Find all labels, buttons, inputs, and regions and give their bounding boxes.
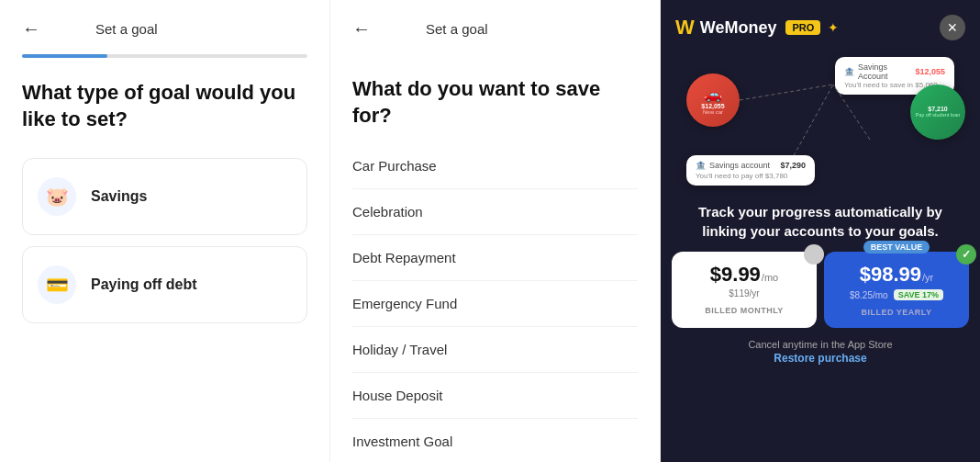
panel1-question: What type of goal would you like to set?: [22, 80, 307, 132]
debt-label: Paying off debt: [91, 276, 197, 293]
house-deposit-option[interactable]: House Deposit: [352, 373, 638, 419]
investment-goal-option[interactable]: Investment Goal: [352, 419, 638, 462]
back-arrow-icon[interactable]: ←: [22, 18, 40, 39]
restore-purchase-link[interactable]: Restore purchase: [661, 352, 980, 372]
save-tag: SAVE 17%: [894, 289, 943, 300]
savings-icon: 🐷: [38, 177, 76, 216]
panel1-header: ← Set a goal: [22, 18, 307, 39]
yearly-sub-mo: $8.25/mo: [850, 290, 888, 300]
cancel-text: Cancel anytime in the App Store: [661, 335, 980, 352]
loan-illustration: $7,210 Pay off student loan: [910, 85, 965, 140]
emergency-fund-option[interactable]: Emergency Fund: [352, 281, 638, 327]
monthly-sub: $119/yr: [729, 288, 759, 299]
panel-goal-type: ← Set a goal What type of goal would you…: [0, 0, 330, 462]
paying-off-debt-option[interactable]: 💳 Paying off debt: [22, 246, 307, 323]
savings-option[interactable]: 🐷 Savings: [22, 158, 307, 235]
debt-icon: 💳: [38, 265, 76, 304]
logo-text: WeMoney: [700, 18, 777, 38]
pricing-area: $9.99 /mo $119/yr BILLED MONTHLY BEST VA…: [661, 252, 980, 335]
savings2-label: Savings account: [709, 161, 770, 170]
car-illustration: 🚗 $12,055 New car: [686, 73, 740, 127]
celebration-label: Celebration: [352, 204, 423, 220]
debt-repayment-option[interactable]: Debt Repayment: [352, 235, 638, 281]
debt-repayment-label: Debt Repayment: [352, 250, 456, 265]
savings-account-amount: $12,055: [915, 67, 945, 76]
wemoney-header: W WeMoney PRO ✦ ✕: [661, 0, 980, 48]
wemoney-pro-panel: W WeMoney PRO ✦ ✕ 🏦 Savings Account $12,…: [661, 0, 980, 462]
loan-label: Pay off student loan: [916, 112, 961, 118]
monthly-price: $9.99: [710, 263, 761, 287]
wemoney-logo: W WeMoney PRO ✦: [675, 16, 839, 39]
celebration-option[interactable]: Celebration: [352, 189, 638, 235]
track-title: Track your progress automatically by lin…: [698, 204, 942, 239]
yearly-price: $98.99: [860, 263, 921, 287]
illustration-area: 🏦 Savings Account $12,055 You'll need to…: [668, 48, 973, 195]
panel1-title: Set a goal: [95, 21, 158, 37]
savings2-note: You'll need to pay off $3,780: [696, 172, 806, 180]
investment-goal-label: Investment Goal: [352, 434, 452, 449]
holiday-travel-label: Holiday / Travel: [352, 342, 447, 357]
pro-badge: PRO: [785, 20, 820, 35]
panel-save-for: ← Set a goal What do you want to save fo…: [330, 0, 661, 462]
yearly-check-icon: ✓: [956, 244, 976, 265]
logo-w-icon: W: [675, 16, 695, 39]
holiday-travel-option[interactable]: Holiday / Travel: [352, 327, 638, 373]
loan-amount: $7,210: [928, 106, 947, 112]
car-purchase-option[interactable]: Car Purchase: [352, 143, 638, 189]
progress-fill-panel1: [22, 54, 107, 58]
monthly-billing: BILLED MONTHLY: [705, 306, 784, 315]
close-button[interactable]: ✕: [940, 15, 965, 40]
svg-line-0: [740, 85, 833, 100]
panel2-question: What do you want to save for?: [352, 76, 638, 129]
best-value-badge: BEST VALUE: [863, 241, 930, 254]
car-amount: $12,055: [701, 103, 724, 109]
progress-bar-panel1: [22, 54, 307, 58]
track-text-area: Track your progress automatically by lin…: [661, 195, 980, 252]
monthly-radio: [804, 244, 824, 265]
monthly-period: /mo: [762, 272, 778, 283]
panel2-title: Set a goal: [426, 21, 488, 37]
savings-account-2-card: 🏦 Savings account $7,290 You'll need to …: [686, 155, 815, 186]
panel2-header: ← Set a goal: [352, 18, 638, 39]
emergency-fund-label: Emergency Fund: [352, 296, 457, 311]
star-icon: ✦: [828, 20, 839, 35]
savings2-amount: $7,290: [780, 161, 806, 170]
yearly-period: /yr: [922, 272, 933, 283]
back-arrow-icon-2[interactable]: ←: [352, 18, 371, 39]
house-deposit-label: House Deposit: [352, 388, 442, 403]
savings-account-label: Savings Account: [858, 62, 911, 81]
yearly-billing: BILLED YEARLY: [861, 308, 931, 317]
yearly-price-card[interactable]: BEST VALUE ✓ $98.99 /yr $8.25/mo SAVE 17…: [824, 252, 969, 328]
car-label: New car: [703, 109, 723, 115]
savings-label: Savings: [91, 188, 147, 205]
car-purchase-label: Car Purchase: [352, 158, 437, 174]
monthly-price-card[interactable]: $9.99 /mo $119/yr BILLED MONTHLY: [672, 252, 817, 328]
